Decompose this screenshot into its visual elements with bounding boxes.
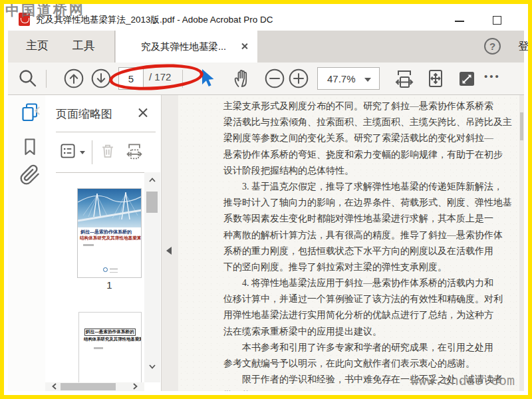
- document-line: 本书参考和引用了许多专家和学者的研究成果，在引用之处用: [223, 342, 519, 358]
- cover-title-line2: 结构体系研究及其弹性地基梁算法: [80, 235, 141, 241]
- previous-page-button[interactable]: [63, 68, 84, 89]
- scroll-left-icon[interactable]: [51, 382, 59, 390]
- window-title: 究及其弹性地基梁算法_2013版.pdf - Adobe Acrobat Pro…: [36, 14, 273, 26]
- hand-tool-icon[interactable]: [231, 68, 253, 89]
- tab-home[interactable]: 主页: [26, 38, 49, 53]
- document-line: 批评指正。: [223, 390, 519, 391]
- page-thumbnails-panel: 页面缩略图 斜拉—悬索协作体系桥的: [45, 95, 161, 391]
- titlepage-author-mark: [94, 347, 103, 349]
- document-line: 推导时计入了轴向力的影响，在边界条件、荷载形式、刚度、弹性地基: [223, 197, 519, 213]
- fullscreen-icon[interactable]: [456, 68, 477, 89]
- horizontal-scroll-thumb[interactable]: [61, 383, 116, 390]
- panel-vertical-scrollbar[interactable]: [144, 172, 160, 382]
- tab-bar: 主页 工具 究及其弹性地基梁... ? 登: [8, 31, 524, 63]
- page-total-label: / 172: [149, 71, 171, 82]
- document-line: 参考文献编号予以明示，在此向文献作者们表示衷心的感谢。: [223, 358, 519, 374]
- divider: [182, 70, 183, 88]
- page-number-input[interactable]: [118, 67, 144, 90]
- document-line: 种离散的解析计算方法，具有很高的精度。推导了斜拉—悬索协作体: [223, 229, 519, 245]
- thumbnail-options-icon[interactable]: [59, 142, 78, 163]
- titlepage-line2: 结构体系研究及其弹性地基梁算法: [84, 336, 142, 342]
- scroll-down-icon[interactable]: [148, 362, 156, 370]
- collapse-panel-icon[interactable]: [166, 247, 172, 255]
- acrobat-window: 究及其弹性地基梁算法_2013版.pdf - Adobe Acrobat Pro…: [0, 0, 532, 399]
- chevron-down-icon: [364, 78, 371, 82]
- zoom-in-icon[interactable]: [288, 68, 309, 89]
- document-line: 系数等因素发生变化时都能对弹性地基梁进行求解，其本质上是一: [223, 213, 519, 229]
- document-line: 系桥的重力刚度，包括恒载状态下水平方向的刚度以及在活载作用: [223, 245, 519, 261]
- page-thumbnail-2[interactable]: 斜拉—悬索协作体系桥的 结构体系研究及其弹性地基梁算法: [78, 312, 142, 386]
- document-text: 主梁支承形式及刚度分布的不同。研究了斜拉—悬索协作体系桥索梁活载比与拉索倾角、拉…: [223, 100, 519, 391]
- sign-in-button[interactable]: 登: [518, 39, 529, 54]
- cover-author-mark: [83, 244, 94, 246]
- panel-collapse-strip: [161, 95, 178, 391]
- app-tabs-section: 主页 工具: [8, 31, 115, 63]
- document-tab-label: 究及其弹性地基梁...: [141, 41, 226, 53]
- bookmarks-icon[interactable]: [19, 136, 41, 158]
- document-line: 3. 基于温克尔假定，推导了求解弹性地基梁的传递矩阵新解法，: [223, 181, 519, 197]
- fit-page-icon[interactable]: [425, 68, 446, 89]
- select-tool-cursor-icon[interactable]: [197, 68, 218, 89]
- scroll-right-icon[interactable]: [131, 382, 139, 390]
- search-icon[interactable]: [17, 68, 39, 89]
- title-bar: 究及其弹性地基梁算法_2013版.pdf - Adobe Acrobat Pro…: [8, 8, 524, 31]
- pdf-file-icon: [19, 13, 30, 26]
- navigation-pane-strip: [8, 95, 45, 391]
- zoom-level-dropdown[interactable]: 47.7%: [317, 67, 380, 90]
- divider: [92, 140, 92, 164]
- page-thumbnail-1[interactable]: 斜拉—悬索协作体系桥的 结构体系研究及其弹性地基梁算法: [77, 188, 142, 278]
- scroll-up-icon[interactable]: [148, 176, 156, 184]
- tab-document[interactable]: 究及其弹性地基梁...: [116, 31, 257, 63]
- divider: [56, 132, 156, 132]
- divider: [46, 70, 47, 88]
- zoom-out-icon[interactable]: [264, 68, 285, 89]
- document-line: 限于作者的学识和经验，书中难免存在一些不妥之处，诚请读者: [223, 374, 519, 390]
- document-view: 主梁支承形式及刚度分布的不同。研究了斜拉—悬索协作体系桥索梁活载比与拉索倾角、拉…: [178, 95, 524, 391]
- close-panel-icon[interactable]: [137, 107, 148, 118]
- document-line: 用弹性地基梁法进行实用简化分析的优缺点进行了总结，为这种方: [223, 309, 519, 325]
- document-line: 设计阶段把握结构的总体特性。: [223, 165, 519, 181]
- main-toolbar: / 172 47.7% •••: [8, 63, 524, 95]
- maximize-button[interactable]: [493, 16, 501, 25]
- document-line: 法在缆索承重桥梁中的应用提出建议。: [223, 326, 519, 342]
- document-scroll-thumb[interactable]: [520, 112, 523, 140]
- reduce-thumbnails-icon[interactable]: [125, 142, 145, 163]
- document-vertical-scrollbar[interactable]: [519, 95, 524, 391]
- document-line: 位移计算中，并通过一个算例验证了该方法的有效性和精确度。对利: [223, 293, 519, 309]
- minimize-button[interactable]: [455, 21, 464, 22]
- more-tools-icon[interactable]: •••: [484, 70, 501, 82]
- attachments-paperclip-icon[interactable]: [19, 164, 41, 186]
- panel-horizontal-scrollbar[interactable]: [45, 382, 144, 391]
- help-icon[interactable]: ?: [484, 38, 501, 55]
- page-1-label: 1: [77, 279, 142, 291]
- cover-bridge-image: [78, 189, 141, 227]
- chevron-down-icon: [80, 151, 85, 154]
- divider: [56, 172, 156, 173]
- zoom-level-value: 47.7%: [327, 73, 356, 84]
- delete-pages-trash-icon[interactable]: [98, 142, 118, 163]
- panel-title: 页面缩略图: [56, 106, 112, 122]
- fit-width-icon[interactable]: [394, 68, 415, 89]
- document-line: 梁活载比与拉索倾角、拉索面积、主缆面积、主缆矢跨比、吊跨比及主: [223, 116, 519, 132]
- titlepage-line1: 斜拉—悬索协作体系桥的: [84, 329, 136, 336]
- document-line: 下的竖向刚度。推导了斜拉索对主梁的弹性支承刚度。: [223, 261, 519, 277]
- document-line: 4. 将弹性地基梁法应用于斜拉—悬索协作体系桥的活载内力和: [223, 277, 519, 293]
- document-line: 悬索协作体系桥的弯矩、挠度和索力变幅的影响规律，有助于在初步: [223, 149, 519, 165]
- publisher-logo: [103, 267, 108, 272]
- next-page-button[interactable]: [90, 68, 112, 89]
- document-line: 梁刚度等参数之间的变化关系。研究了索梁活载比的变化对斜拉—: [223, 132, 519, 148]
- close-window-button[interactable]: [527, 15, 532, 25]
- close-document-tab-icon[interactable]: [241, 43, 248, 50]
- vertical-scroll-thumb[interactable]: [146, 192, 158, 213]
- document-line: 主梁支承形式及刚度分布的不同。研究了斜拉—悬索协作体系桥索: [223, 100, 519, 116]
- cover-title-line1: 斜拉—悬索协作体系桥的: [80, 229, 140, 235]
- tab-tools[interactable]: 工具: [72, 38, 95, 53]
